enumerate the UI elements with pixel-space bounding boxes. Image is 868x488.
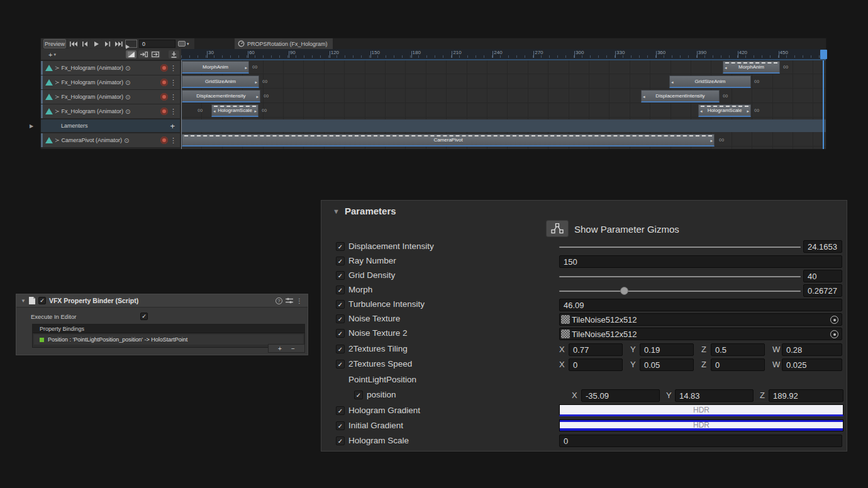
track-header-fx-hologram-2[interactable]: ≻ Fx_Hologram (Animator) ⊙ ⋮ <box>41 75 180 89</box>
speed-z-field[interactable]: 0 <box>711 358 765 371</box>
grid-density-value-field[interactable]: 40 <box>803 270 842 282</box>
speed-x-field[interactable]: 0 <box>569 358 623 371</box>
object-picker-icon[interactable] <box>830 330 838 338</box>
param-checkbox-morph[interactable]: ✓ <box>336 286 345 294</box>
track-header-fx-hologram-1[interactable]: ≻ Fx_Hologram (Animator) ⊙ ⋮ <box>41 61 180 75</box>
tiling-z-field[interactable]: 0.5 <box>711 343 765 356</box>
record-button[interactable] <box>160 64 168 72</box>
goto-start-button[interactable] <box>68 39 79 48</box>
speed-y-field[interactable]: 0.05 <box>640 358 694 371</box>
timeline-tab[interactable]: PROPSRotation (Fx_Hologram) <box>235 38 333 49</box>
position-x-field[interactable]: -35.09 <box>581 389 660 402</box>
remove-binding-button[interactable]: − <box>291 345 295 352</box>
parameters-header[interactable]: ▼ Parameters <box>333 206 396 216</box>
track-menu-icon[interactable]: ⋮ <box>170 64 177 72</box>
timeline-ruler[interactable]: 3060901201501802102402703003303603904204… <box>181 49 826 60</box>
add-to-group-button[interactable]: + <box>170 121 175 131</box>
clip-displacementintensity[interactable]: DisplacementIntensity ▸ <box>182 90 260 103</box>
play-range-toggle[interactable] <box>125 40 137 48</box>
component-enabled-checkbox[interactable]: ✓ <box>38 297 46 304</box>
ruler-tick-label: 300 <box>576 50 584 55</box>
track-menu-icon[interactable]: ⋮ <box>170 108 177 116</box>
param-checkbox-turbulence[interactable]: ✓ <box>336 300 345 309</box>
tiling-w-field[interactable]: 0.28 <box>782 343 842 356</box>
execute-in-editor-checkbox[interactable]: ✓ <box>140 313 148 320</box>
prev-frame-button[interactable] <box>79 39 91 48</box>
hologram-scale-field[interactable]: 0 <box>559 435 842 447</box>
foldout-icon[interactable]: ▼ <box>333 208 340 215</box>
param-checkbox-ray-number[interactable]: ✓ <box>336 257 345 265</box>
track-header-fx-hologram-3[interactable]: ≻ Fx_Hologram (Animator) ⊙ ⋮ <box>41 90 180 104</box>
foldout-icon[interactable]: ▼ <box>21 298 26 304</box>
timeline-clips-area[interactable]: MorphAnim ▸ ∞ MorphAnim ◂ ∞ GridSizeAnim… <box>181 60 826 149</box>
foldout-icon[interactable]: ▶ <box>30 123 33 129</box>
track-menu-icon[interactable]: ⋮ <box>170 93 177 101</box>
presets-icon[interactable] <box>286 297 293 304</box>
help-icon[interactable]: ? <box>275 297 282 304</box>
component-header[interactable]: ▼ ✓ VFX Property Binder (Script) ? ⋮ <box>16 294 308 308</box>
component-menu-icon[interactable]: ⋮ <box>296 297 303 304</box>
goto-end-button[interactable] <box>113 39 125 48</box>
add-track-button[interactable]: + ▾ <box>46 50 64 58</box>
position-z-field[interactable]: 189.92 <box>769 389 843 402</box>
morph-slider[interactable] <box>559 291 801 292</box>
track-header-fx-hologram-4[interactable]: ≻ Fx_Hologram (Animator) ⊙ ⋮ <box>41 104 180 118</box>
param-checkbox-hologram-scale[interactable]: ✓ <box>336 436 345 445</box>
replace-mode-button[interactable] <box>150 50 160 58</box>
param-checkbox-noise-texture-2[interactable]: ✓ <box>336 329 345 338</box>
capture-gizmo-dropdown[interactable]: ▾ <box>178 40 193 48</box>
object-picker-icon[interactable] <box>830 316 838 324</box>
noise-texture-2-object-field[interactable]: TileNoise512x512 <box>559 328 842 340</box>
ray-number-field[interactable]: 150 <box>559 255 842 268</box>
displacement-value-field[interactable]: 24.1653 <box>803 240 842 253</box>
grid-density-slider[interactable] <box>559 276 801 277</box>
track-menu-icon[interactable]: ⋮ <box>170 79 177 87</box>
clip-gridsizeanim[interactable]: GridSizeAnim ▸ <box>182 75 259 88</box>
add-binding-button[interactable]: + <box>278 345 282 352</box>
hologram-gradient-field[interactable]: HDR <box>559 404 843 416</box>
clip-morphanim[interactable]: MorphAnim ◂ <box>723 61 780 74</box>
speed-w-field[interactable]: 0.025 <box>782 358 842 371</box>
displacement-slider[interactable] <box>559 247 801 248</box>
tiling-y-field[interactable]: 0.19 <box>640 343 694 356</box>
turbulence-field[interactable]: 46.09 <box>559 299 842 311</box>
param-checkbox-hologram-gradient[interactable]: ✓ <box>336 406 345 415</box>
binding-list-item[interactable]: Position : 'PointLightPosition_position'… <box>34 335 303 345</box>
param-checkbox-noise-texture[interactable]: ✓ <box>336 314 345 323</box>
param-checkbox-initial-gradient[interactable]: ✓ <box>336 421 345 430</box>
morph-value-field[interactable]: 0.26727 <box>803 284 842 297</box>
position-y-field[interactable]: 14.83 <box>675 389 754 402</box>
tiling-x-field[interactable]: 0.77 <box>569 343 623 356</box>
play-button[interactable] <box>91 39 102 48</box>
initial-gradient-field[interactable]: HDR <box>559 419 843 431</box>
markers-toggle-button[interactable] <box>169 50 179 58</box>
preview-button[interactable]: Preview <box>43 39 66 48</box>
morph-slider-handle[interactable] <box>620 287 628 295</box>
param-checkbox-grid-density[interactable]: ✓ <box>336 271 345 280</box>
record-button[interactable] <box>160 136 168 144</box>
playhead-line[interactable] <box>823 60 824 149</box>
clip-morphanim[interactable]: MorphAnim ▸ <box>182 61 249 74</box>
track-header-camera-pivot[interactable]: ≻ CameraPivot (Animator) ⊙ ⋮ <box>41 133 180 147</box>
record-button[interactable] <box>160 108 168 115</box>
noise-texture-object-field[interactable]: TileNoise512x512 <box>559 313 842 326</box>
playhead-marker[interactable] <box>820 50 827 59</box>
clip-gridsizeanim[interactable]: GridSizeAnim ◂ <box>669 75 751 88</box>
track-menu-icon[interactable]: ⋮ <box>170 136 177 145</box>
clip-hologramscale[interactable]: HologramScale ◂ ▸ <box>211 104 259 117</box>
record-button[interactable] <box>160 79 168 86</box>
show-gizmos-button[interactable] <box>546 220 569 237</box>
ripple-mode-button[interactable] <box>138 50 149 58</box>
time-field[interactable]: 0 <box>139 40 175 48</box>
mix-mode-button[interactable] <box>126 50 136 58</box>
track-header-lamenters-group[interactable]: ▶ Lamenters + <box>41 119 180 132</box>
param-checkbox-displacement[interactable]: ✓ <box>336 242 345 251</box>
param-checkbox-position[interactable]: ✓ <box>354 391 363 399</box>
clip-hologramscale[interactable]: HologramScale ◂ ▸ <box>698 104 751 117</box>
record-button[interactable] <box>160 93 168 101</box>
param-checkbox-textures-tiling[interactable]: ✓ <box>336 345 345 353</box>
next-frame-button[interactable] <box>102 39 113 48</box>
param-checkbox-textures-speed[interactable]: ✓ <box>336 360 345 369</box>
clip-displacementintensity[interactable]: DisplacementIntensity ◂ <box>641 90 720 103</box>
clip-camerapivot[interactable]: CameraPivot ▸ <box>182 134 715 147</box>
